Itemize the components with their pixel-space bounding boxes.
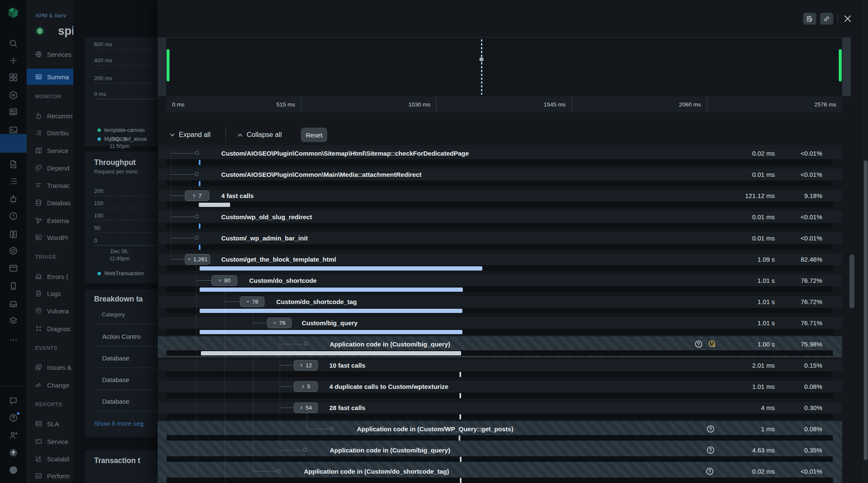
minimap-selection-handle[interactable] (479, 57, 484, 61)
gauge-icon (35, 472, 42, 480)
sidebar-item-errors[interactable]: Errors ( (27, 268, 73, 285)
rail-grid-icon[interactable] (8, 73, 18, 82)
rail-help-icon[interactable] (8, 413, 18, 423)
expand-badge[interactable]: 76 (267, 318, 292, 328)
sidebar-item-scalabil[interactable]: Scalabil (27, 451, 73, 467)
rail-plus-icon[interactable] (8, 56, 18, 65)
minimap-selection-line[interactable] (481, 39, 482, 95)
rail-layers-icon[interactable] (8, 316, 18, 326)
rail-document-icon[interactable] (8, 159, 18, 169)
chevron-right-icon (301, 385, 305, 388)
card-icon (35, 438, 42, 445)
rail-ellipsis-icon[interactable] (8, 335, 18, 345)
span-label[interactable]: Custom/_wp_admin_bar_init (221, 235, 308, 242)
rail-inbox-icon[interactable] (8, 299, 18, 309)
close-icon[interactable] (843, 14, 853, 24)
rail-user-plus-icon[interactable] (8, 430, 18, 440)
card-title: Transaction t (94, 456, 140, 465)
copy-link-button[interactable] (820, 13, 833, 25)
sidebar-item-externa[interactable]: Externa (27, 212, 73, 229)
sidebar-item-diagnos[interactable]: Diagnos (27, 321, 73, 337)
question-icon[interactable] (694, 340, 703, 349)
expand-badge[interactable]: 78 (240, 296, 264, 307)
expand-badge[interactable]: 80 (211, 275, 237, 286)
sidebar-item-perform[interactable]: Perform (27, 468, 73, 483)
rail-terminal-icon[interactable] (8, 125, 18, 135)
span-duration-bar[interactable] (201, 351, 461, 355)
rail-browser-icon[interactable] (8, 263, 18, 273)
sidebar-item-depend[interactable]: Depend (27, 160, 73, 176)
sidebar-item-issues[interactable]: Issues & (27, 359, 73, 375)
span-label[interactable]: Custom/get_the_block_template_html (221, 256, 336, 263)
span-label[interactable]: 10 fast calls (329, 362, 365, 369)
table-row[interactable]: Database (102, 376, 129, 383)
expand-badge[interactable]: 5 (294, 381, 318, 392)
span-label[interactable]: Custom/wp_old_slug_redirect (221, 213, 312, 221)
span-label[interactable]: Application code in (Custom/big_query) (330, 341, 450, 348)
new-relic-logo-icon[interactable] (7, 6, 19, 19)
sidebar-item-change[interactable]: Change (27, 377, 73, 393)
sidebar-item-services[interactable]: Services (27, 46, 73, 62)
expand-badge[interactable]: 12 (294, 360, 318, 371)
span-label[interactable]: 28 fast calls (329, 404, 365, 411)
span-label[interactable]: Custom/do_shortcode_tag (276, 298, 357, 305)
sidebar-item-transac[interactable]: Transac (27, 177, 73, 193)
span-label[interactable]: Application code in (Custom/big_query) (330, 447, 450, 454)
expand-badge[interactable]: 54 (294, 402, 318, 413)
span-label[interactable]: Custom/AIOSEO\Plugin\Common\Main\Media::… (221, 171, 422, 178)
sidebar-item-service[interactable]: Service (27, 433, 73, 449)
expand-badge[interactable]: 1,261 (185, 254, 210, 265)
rail-mobile-icon[interactable] (8, 281, 18, 291)
minimap-right-gutter[interactable] (842, 37, 851, 96)
reset-button[interactable]: Reset (301, 128, 327, 142)
span-label[interactable]: 4 duplicate calls to Custom/wptexturize (329, 383, 448, 390)
span-duration-bar[interactable] (200, 309, 462, 313)
sidebar-section-events: EVENTS (35, 345, 58, 351)
span-duration-bar[interactable] (200, 288, 463, 292)
sidebar-item-recomm[interactable]: Recomm (27, 108, 73, 124)
expand-badge[interactable]: 7 (185, 190, 209, 201)
rail-trace-list-icon[interactable] (8, 176, 18, 186)
rail-robot-icon[interactable] (8, 194, 18, 204)
span-label[interactable]: Application code in (Custom/WP_Query::ge… (357, 425, 513, 433)
span-duration-bar[interactable] (200, 266, 482, 271)
notes-button[interactable] (803, 13, 816, 25)
rail-chat-icon[interactable] (8, 396, 18, 406)
sidebar-item-summa[interactable]: Summa (27, 69, 73, 85)
rail-up-circle-icon[interactable] (8, 448, 18, 458)
rail-target-icon[interactable] (8, 246, 18, 256)
table-row[interactable]: Action Contro (102, 333, 141, 340)
sidebar-item-service[interactable]: Service (27, 142, 73, 159)
rail-summary-card-icon[interactable] (8, 107, 18, 117)
span-label[interactable]: Custom/AIOSEO\Plugin\Common\Sitemap\Html… (221, 150, 469, 157)
sidebar-item-sla[interactable]: SLA (27, 416, 73, 432)
trace-minimap[interactable] (166, 37, 842, 96)
table-row[interactable]: Database (102, 355, 129, 362)
span-label[interactable]: Custom/big_query (302, 319, 358, 327)
span-duration-bar[interactable] (200, 330, 462, 334)
minimap-left-gutter[interactable] (158, 37, 166, 96)
expand-all-button[interactable]: Expand all (170, 128, 211, 141)
rail-columns-icon[interactable] (8, 229, 18, 239)
rail-avatar-icon[interactable] (8, 465, 18, 475)
show-more-segments-link[interactable]: Show 8 more seg (94, 420, 144, 427)
rail-divider (0, 386, 27, 386)
span-label[interactable]: Custom/do_shortcode (249, 277, 317, 284)
span-label[interactable]: 4 fast calls (221, 192, 254, 199)
table-row[interactable]: Database (102, 398, 129, 405)
sidebar-section-reports: REPORTS (35, 402, 62, 408)
rail-alert-circle-icon[interactable] (8, 211, 18, 221)
span-duration-bar[interactable] (199, 203, 230, 207)
span-label[interactable]: Application code in (Custom/do_shortcode… (304, 468, 449, 475)
page-scrollbar-thumb[interactable] (864, 160, 868, 460)
collapse-all-button[interactable]: Collapse all (237, 128, 282, 141)
sidebar-item-databas[interactable]: Databas (27, 195, 73, 211)
rail-hexagon-icon[interactable] (8, 90, 18, 100)
sidebar-item-wordpr[interactable]: WordPr (27, 229, 73, 246)
sidebar-item-distribu[interactable]: Distribu (27, 125, 73, 141)
rail-search-icon[interactable] (8, 39, 18, 48)
sidebar-item-vulnera[interactable]: Vulnera (27, 303, 73, 319)
modal-scrollbar-thumb[interactable] (849, 254, 854, 308)
table-separator (94, 368, 158, 368)
sidebar-item-logs[interactable]: Logs (27, 285, 73, 302)
